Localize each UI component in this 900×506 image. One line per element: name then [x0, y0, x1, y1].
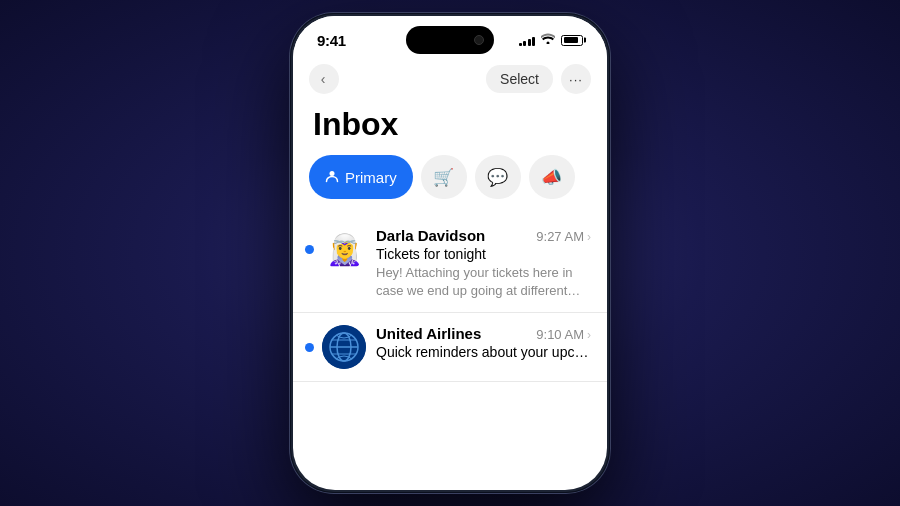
chevron-right-icon-darla: › [587, 230, 591, 244]
signal-bar-3 [528, 39, 531, 46]
tab-shopping[interactable]: 🛒 [421, 155, 467, 199]
select-button[interactable]: Select [486, 65, 553, 93]
signal-bar-1 [519, 43, 522, 46]
email-header-darla: Darla Davidson 9:27 AM › [376, 227, 591, 244]
wifi-icon [541, 33, 555, 47]
battery-icon [561, 35, 583, 46]
email-time-ua: 9:10 AM [536, 327, 584, 342]
nav-bar: ‹ Select ··· [293, 60, 607, 102]
status-icons [519, 33, 584, 47]
unread-dot [305, 245, 314, 254]
email-content-darla: Darla Davidson 9:27 AM › Tickets for ton… [376, 227, 591, 300]
email-meta-ua: 9:10 AM › [536, 327, 591, 342]
email-content-ua: United Airlines 9:10 AM › Quick reminder… [376, 325, 591, 362]
back-chevron-icon: ‹ [321, 71, 326, 87]
phone-wrapper: 9:41 [290, 13, 610, 493]
status-time: 9:41 [317, 32, 346, 49]
person-icon [325, 169, 339, 186]
email-item-darla[interactable]: 🧝‍♀️ Darla Davidson 9:27 AM › Tickets fo… [293, 215, 607, 313]
email-list: 🧝‍♀️ Darla Davidson 9:27 AM › Tickets fo… [293, 215, 607, 382]
email-preview-darla: Hey! Attaching your tickets here in case… [376, 264, 591, 300]
email-subject-darla: Tickets for tonight [376, 246, 591, 262]
tab-promos[interactable]: 📣 [529, 155, 575, 199]
unread-dot-ua [305, 343, 314, 352]
avatar-darla: 🧝‍♀️ [322, 227, 366, 271]
signal-bars-icon [519, 34, 536, 46]
shopping-cart-icon: 🛒 [433, 167, 454, 188]
inbox-title: Inbox [293, 102, 607, 155]
email-time-darla: 9:27 AM [536, 229, 584, 244]
sender-name-ua: United Airlines [376, 325, 481, 342]
signal-bar-2 [523, 41, 526, 46]
email-item-ua[interactable]: United Airlines 9:10 AM › Quick reminder… [293, 313, 607, 382]
email-meta-darla: 9:27 AM › [536, 229, 591, 244]
more-button[interactable]: ··· [561, 64, 591, 94]
back-button[interactable]: ‹ [309, 64, 339, 94]
tab-bar: Primary 🛒 💬 📣 [293, 155, 607, 215]
chat-icon: 💬 [487, 167, 508, 188]
phone-frame: 9:41 [290, 13, 610, 493]
megaphone-icon: 📣 [541, 167, 562, 188]
status-bar: 9:41 [293, 16, 607, 60]
avatar-ua [322, 325, 366, 369]
dynamic-island [406, 26, 494, 54]
tab-social[interactable]: 💬 [475, 155, 521, 199]
email-subject-ua: Quick reminders about your upcoming... 🛒 [376, 344, 591, 360]
sender-name-darla: Darla Davidson [376, 227, 485, 244]
signal-bar-4 [532, 37, 535, 46]
tab-primary-label: Primary [345, 169, 397, 186]
tab-primary[interactable]: Primary [309, 155, 413, 199]
email-header-ua: United Airlines 9:10 AM › [376, 325, 591, 342]
camera-dot [474, 35, 484, 45]
phone-screen: 9:41 [293, 16, 607, 490]
svg-point-0 [330, 171, 335, 176]
chevron-right-icon-ua: › [587, 328, 591, 342]
nav-right: Select ··· [486, 64, 591, 94]
